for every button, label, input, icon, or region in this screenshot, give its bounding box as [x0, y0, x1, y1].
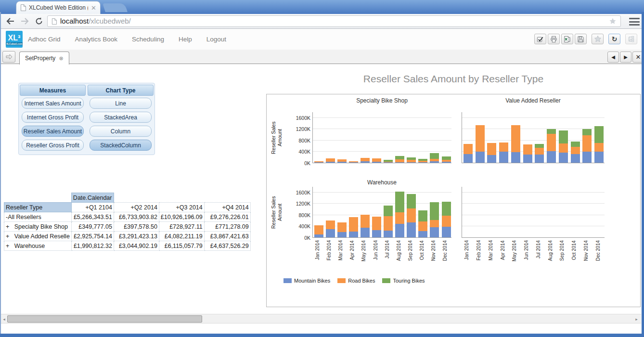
charttype-line[interactable]: Line — [90, 98, 152, 109]
reload-button[interactable] — [33, 15, 45, 27]
bar-segment — [476, 152, 485, 163]
goto-button[interactable] — [2, 51, 15, 63]
browser-tab[interactable]: XLCubed Web Edition (8.0 ✕ — [16, 1, 101, 14]
bookmark-star-icon[interactable] — [609, 17, 617, 25]
bar-segment — [372, 162, 381, 163]
table-cell: £4,082,211.19 — [159, 232, 204, 241]
bar-segment — [535, 144, 544, 148]
dimension-header[interactable]: Date.Calendar — [71, 193, 114, 203]
forward-button[interactable] — [18, 15, 31, 27]
row-label-specialty-bike-shop[interactable]: + Specialty Bike Shop — [4, 222, 72, 232]
legend-swatch-touring-bikes — [382, 278, 390, 283]
y-tick-label: 1600K — [289, 190, 310, 195]
bar-segment — [464, 154, 473, 163]
tab-scroll-right-button[interactable]: ▶ — [620, 52, 631, 63]
x-tick-label: Mar 2014 — [488, 240, 495, 264]
url-host: localhost — [60, 17, 89, 25]
bar-segment — [361, 215, 370, 228]
validate-button[interactable] — [534, 34, 546, 44]
table-cell: £3,867,421.63 — [204, 232, 250, 241]
bar-segment — [337, 159, 347, 162]
bar-segment — [523, 144, 532, 155]
browser-window: XLCubed Web Edition (8.0 ✕ — [0, 0, 644, 337]
menu-item-analytics-book[interactable]: Analytics Book — [75, 36, 118, 43]
column-header-q1[interactable]: +Q1 2104 — [71, 203, 114, 212]
tab-setproperty[interactable]: SetProperty ⊗ — [19, 52, 69, 65]
charttype-stackedcolumn[interactable]: StackedColumn — [90, 140, 152, 151]
address-bar[interactable]: localhost/xlcubedweb/ — [47, 15, 621, 27]
tab-close-icon[interactable]: ✕ — [91, 5, 96, 11]
row-label-value-added-reseller[interactable]: + Value Added Reselle — [4, 232, 72, 241]
page-icon — [20, 4, 26, 11]
x-tick-label: Dec 2014 — [595, 240, 602, 264]
menu-item-logout[interactable]: Logout — [206, 36, 226, 43]
x-tick-label: Apr 2014 — [500, 240, 507, 264]
x-tick-label: Aug 2014 — [548, 240, 554, 264]
refresh-button[interactable]: ↻ — [608, 34, 620, 44]
browser-menu-button[interactable] — [629, 17, 640, 26]
table-cell: £2,925,754.14 — [71, 232, 114, 241]
bar-segment — [582, 152, 592, 163]
table-cell: £6,733,903.82 — [114, 212, 159, 222]
bar-segment — [547, 134, 556, 151]
legend-swatch-road-bikes — [337, 278, 346, 283]
scroll-right-arrow[interactable]: ▸ — [633, 316, 640, 322]
panel-title-value-added-reseller: Value Added Reseller — [462, 97, 605, 104]
bar-segment — [582, 129, 592, 135]
new-tab-button[interactable] — [103, 3, 128, 12]
bar-segment — [594, 143, 604, 151]
bar-segment — [535, 148, 544, 155]
x-tick-label: Oct 2014 — [419, 240, 426, 264]
bar-segment — [559, 143, 568, 153]
refresh-icon: ↻ — [612, 36, 618, 42]
xlcubed-logo: XL³ XLCubed.com — [6, 31, 23, 48]
bar-segment — [442, 216, 451, 227]
favorite-button[interactable] — [592, 34, 604, 44]
hierarchy-button[interactable] — [625, 34, 637, 44]
x-tick-label: Mar 2014 — [338, 240, 345, 264]
table-cell: £5,266,343.51 — [71, 212, 114, 222]
hierarchy-tree-icon — [628, 36, 635, 43]
bar-segment — [547, 151, 556, 163]
legend-swatch-mountain-bikes — [283, 278, 292, 283]
row-label-all-resellers[interactable]: -All Resellers — [4, 212, 72, 222]
y-tick-label: 800K — [289, 212, 310, 218]
row-header[interactable]: Reseller Type — [4, 203, 72, 212]
gridline — [313, 140, 451, 141]
back-button[interactable] — [4, 15, 16, 27]
export-excel-button[interactable] — [561, 34, 573, 44]
column-header-q3[interactable]: +Q3 2014 — [159, 203, 204, 212]
column-header-q2[interactable]: +Q2 2014 — [114, 203, 159, 212]
bar-segment — [407, 222, 416, 237]
horizontal-scrollbar[interactable]: ◂ ▸ — [0, 314, 641, 324]
menu-item-adhoc-grid[interactable]: Adhoc Grid — [28, 36, 61, 43]
charttype-column[interactable]: Column — [90, 126, 152, 137]
table-cell: £771,278.09 — [204, 222, 250, 232]
bar-segment — [559, 130, 568, 143]
subplot — [462, 187, 605, 238]
measure-reseller-gross-profit[interactable]: Reseller Gross Profit — [22, 140, 84, 151]
save-button[interactable] — [575, 34, 587, 44]
tab-scroll-left-button[interactable]: ◀ — [607, 52, 619, 63]
print-button[interactable] — [548, 34, 560, 44]
bar-segment — [337, 162, 347, 163]
x-tick-label: Jul 2014 — [385, 240, 391, 264]
column-header-q4[interactable]: +Q4 2014 — [204, 203, 250, 212]
menu-item-help[interactable]: Help — [179, 36, 192, 43]
row-label-warehouse[interactable]: + Warehouse — [4, 241, 72, 251]
scroll-left-arrow[interactable]: ◂ — [1, 316, 7, 322]
menu-item-scheduling[interactable]: Scheduling — [132, 36, 164, 43]
tab-close-icon[interactable]: ⊗ — [59, 55, 63, 62]
bar-segment — [464, 144, 473, 154]
measure-internet-sales-amount[interactable]: Internet Sales Amount — [22, 98, 84, 109]
charttype-stackedarea[interactable]: StackedArea — [90, 112, 152, 123]
bar-segment — [407, 208, 416, 222]
bar-segment — [395, 192, 404, 213]
measure-internet-gross-profit[interactable]: Internet Gross Profit — [22, 112, 84, 123]
y-tick-label: 1200K — [289, 126, 310, 132]
chart-type-header: Chart Type — [88, 85, 154, 96]
scrollbar-thumb[interactable] — [7, 315, 202, 323]
measure-reseller-sales-amount[interactable]: Reseller Sales Amount — [22, 126, 84, 137]
browser-navbar: localhost/xlcubedweb/ — [0, 14, 644, 29]
star-icon — [594, 35, 602, 43]
